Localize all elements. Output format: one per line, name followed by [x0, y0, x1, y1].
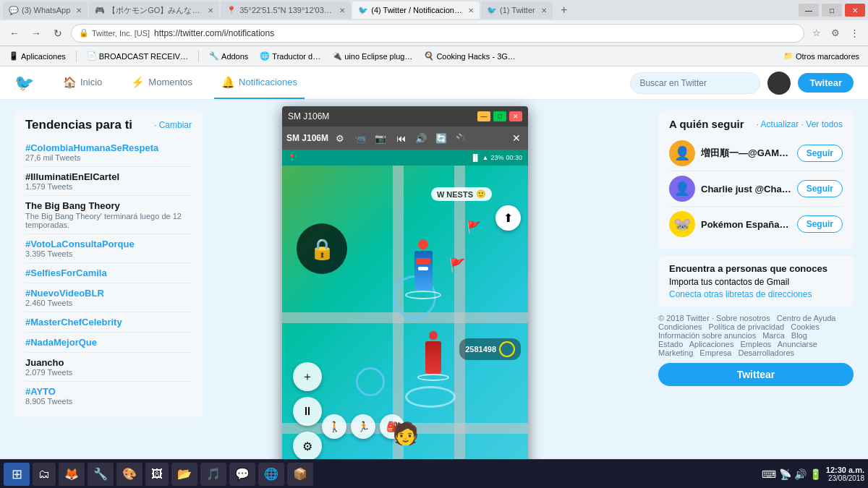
- nav-inicio[interactable]: 🏠 Inicio: [56, 67, 109, 99]
- taskbar-music[interactable]: 🎵: [200, 463, 226, 486]
- footer-advertise[interactable]: Anunciarse: [778, 340, 817, 348]
- footer-empresa[interactable]: Empresa: [699, 348, 731, 357]
- start-button[interactable]: ⊞: [4, 463, 30, 486]
- settings-button[interactable]: ⚙: [293, 432, 322, 459]
- follow-button-1[interactable]: Seguir: [797, 145, 843, 162]
- tab-whatsapp[interactable]: 💬 (3) WhatsApp ✕: [3, 1, 88, 19]
- who-to-follow-links[interactable]: · Actualizar · Ver todos: [757, 119, 843, 129]
- media-prev-tool[interactable]: ⏮: [392, 129, 409, 147]
- gmail-link[interactable]: Conecta otras libretas de direcciones: [669, 289, 843, 299]
- bookmark-addons[interactable]: 🔧 Addons: [206, 50, 251, 62]
- footer-blog[interactable]: Blog: [791, 331, 807, 340]
- taskbar-files[interactable]: 🗂: [33, 463, 56, 486]
- url-bar[interactable]: 🔒 Twitter, Inc. [US] https://twitter.com…: [71, 24, 804, 43]
- footer-privacy[interactable]: Política de privacidad: [709, 322, 785, 331]
- follow-button-2[interactable]: Seguir: [797, 180, 843, 197]
- footer-terms[interactable]: Condiciones: [658, 322, 702, 331]
- footer-devs[interactable]: Desarrolladores: [738, 348, 794, 357]
- forward-button[interactable]: →: [27, 25, 45, 42]
- trend-item-1[interactable]: #ColombiaHumanaSeRespeta 27,6 mil Tweets: [25, 138, 192, 167]
- follow-button-3[interactable]: Seguir: [797, 215, 843, 233]
- reload-button[interactable]: ↻: [49, 25, 67, 42]
- trend-item-8[interactable]: #NadaMejorQue: [25, 333, 192, 353]
- footer-brand[interactable]: Marca: [762, 331, 785, 340]
- trend-item-6[interactable]: #NuevoVideoBLR 2.460 Tweets: [25, 283, 192, 312]
- camera-tool[interactable]: 📷: [372, 129, 389, 147]
- taskbar-photos[interactable]: 🖼: [145, 463, 169, 486]
- bookmark-star-icon[interactable]: ☆: [809, 25, 825, 41]
- bookmark-eclipse[interactable]: 🔌 uino Eclipse plug…: [329, 50, 415, 62]
- tab-twitter-close[interactable]: ✕: [468, 7, 474, 14]
- back-button[interactable]: ←: [6, 25, 23, 42]
- tab-whatsapp-close[interactable]: ✕: [76, 7, 82, 14]
- wifi-icon: ▲: [482, 154, 489, 161]
- popup-maximize-button[interactable]: □: [493, 111, 506, 121]
- tab-pokemon[interactable]: 🎮 【ポケモンGO】みんなのポケ… ✕: [89, 1, 219, 19]
- taskbar-vm[interactable]: 📦: [287, 463, 313, 486]
- windows-taskbar: ⊞ 🗂 🦊 🔧 🎨 🖼 📂 🎵 💬 🌐 📦: [0, 459, 868, 488]
- pause-button[interactable]: ⏸: [293, 397, 322, 426]
- lock-button[interactable]: 🔒: [297, 223, 347, 274]
- rotate-tool[interactable]: 🔄: [433, 129, 450, 147]
- bookmark-broadcast[interactable]: 📄 BROADCAST RECEIV…: [84, 50, 191, 62]
- trend-item-7[interactable]: #MasterChefCelebrity: [25, 312, 192, 333]
- bookmark-traductor[interactable]: 🌐 Traductor d…: [257, 50, 323, 62]
- popup-x-close[interactable]: ✕: [509, 131, 524, 145]
- footer-jobs[interactable]: Empleos: [741, 340, 772, 348]
- plus-button[interactable]: ＋: [293, 362, 322, 391]
- tweet-header-button[interactable]: Twitear: [798, 73, 854, 93]
- tab-pokemon-close[interactable]: ✕: [208, 7, 213, 14]
- follow-info-3: Pokémon España @Poke…: [701, 219, 791, 230]
- trend-item-4[interactable]: #VotoLaConsultaPorque 3.395 Tweets: [25, 234, 192, 263]
- search-box[interactable]: Buscar en Twitter: [630, 72, 760, 94]
- taskbar-paint[interactable]: 🎨: [116, 463, 142, 486]
- tweet-right-button[interactable]: Twittear: [658, 363, 854, 386]
- footer-about[interactable]: Sobre nosotros: [716, 314, 770, 322]
- power-tool[interactable]: 🔌: [453, 129, 470, 147]
- nav-notificaciones[interactable]: 🔔 Notificaciones: [214, 67, 305, 99]
- trend-item-3[interactable]: The Big Bang Theory The Big Bang Theory'…: [25, 196, 192, 234]
- bookmark-apps[interactable]: 📱 Aplicaciones: [6, 50, 69, 62]
- taskbar-discord[interactable]: 💬: [229, 463, 255, 486]
- bookmark-cooking[interactable]: 🍳 Cooking Hacks - 3G…: [421, 50, 518, 62]
- taskbar-chrome[interactable]: 🌐: [258, 463, 284, 486]
- tab-twitter2[interactable]: 🐦 (1) Twitter ✕: [481, 1, 553, 19]
- run-button[interactable]: 🏃: [351, 414, 375, 439]
- tab-maps[interactable]: 📍 35°22'51.5"N 139°12'03.5… ✕: [221, 1, 351, 19]
- popup-close-button[interactable]: ✕: [509, 111, 522, 121]
- trend-item-10[interactable]: #AYTO 8.905 Tweets: [25, 382, 192, 410]
- trend-item-9[interactable]: Juancho 2.079 Tweets: [25, 353, 192, 382]
- taskbar-folder[interactable]: 📂: [171, 463, 197, 486]
- footer-cookies[interactable]: Cookies: [791, 322, 820, 331]
- minimize-button[interactable]: —: [799, 4, 819, 17]
- footer-help[interactable]: Centro de Ayuda: [777, 314, 836, 322]
- user-avatar[interactable]: [767, 72, 791, 95]
- keyboard-icon: ⌨: [762, 468, 776, 480]
- gym2-flag: [429, 331, 438, 340]
- walk-button[interactable]: 🚶: [322, 414, 346, 439]
- taskbar-firefox[interactable]: 🦊: [59, 463, 85, 486]
- taskbar-tools[interactable]: 🔧: [88, 463, 114, 486]
- new-tab-button[interactable]: +: [554, 1, 574, 19]
- popup-minimize-button[interactable]: —: [477, 111, 490, 121]
- trend-item-5[interactable]: #SelfiesForCamila: [25, 263, 192, 283]
- compass-button[interactable]: ⬆: [495, 205, 521, 231]
- footer-ads[interactable]: Información sobre anuncios: [658, 331, 756, 340]
- close-button[interactable]: ✕: [845, 4, 865, 17]
- volume-tool[interactable]: 🔊: [412, 129, 430, 147]
- footer-state[interactable]: Estado: [658, 340, 683, 348]
- nav-momentos[interactable]: ⚡ Momentos: [124, 67, 200, 99]
- menu-icon[interactable]: ⋮: [846, 25, 862, 41]
- settings-tool[interactable]: ⚙: [331, 129, 349, 147]
- tab-twitter2-close[interactable]: ✕: [541, 7, 547, 14]
- video-tool[interactable]: 📹: [352, 129, 369, 147]
- footer-apps[interactable]: Aplicaciones: [689, 340, 734, 348]
- tab-maps-close[interactable]: ✕: [339, 7, 345, 14]
- bookmark-others[interactable]: 📁 Otros marcadores: [780, 50, 862, 62]
- extensions-icon[interactable]: ⚙: [827, 25, 843, 41]
- tab-twitter-notif[interactable]: 🐦 (4) Twitter / Notificacion… ✕: [352, 1, 480, 19]
- maximize-button[interactable]: □: [822, 4, 842, 17]
- footer-marketing[interactable]: Marketing: [658, 348, 693, 357]
- trend-item-2[interactable]: #IlluminatiEnElCartel 1.579 Tweets: [25, 167, 192, 196]
- trends-change-link[interactable]: · Cambiar: [154, 120, 192, 130]
